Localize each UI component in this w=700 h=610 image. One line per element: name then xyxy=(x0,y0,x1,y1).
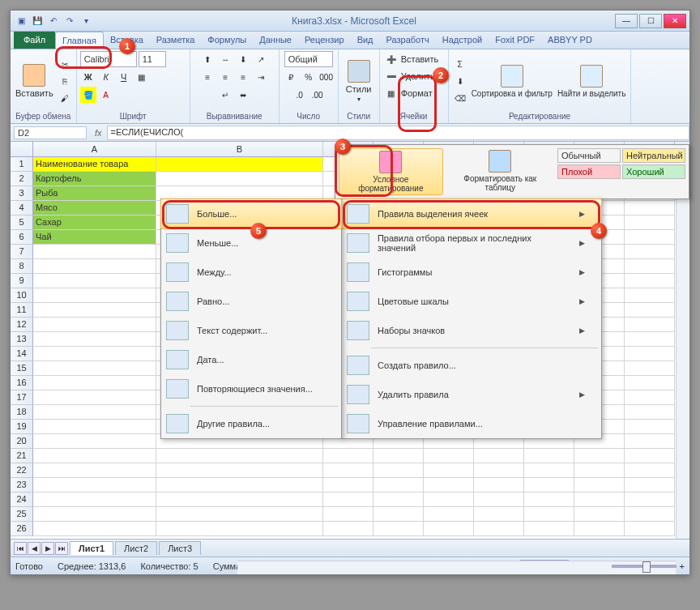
cell[interactable] xyxy=(625,288,675,303)
cell[interactable] xyxy=(574,463,625,478)
cell[interactable] xyxy=(33,390,156,405)
styles-button[interactable]: Стили ▾ xyxy=(342,58,376,105)
row-header[interactable]: 24 xyxy=(11,493,33,507)
inc-dec-icon[interactable]: .0 xyxy=(292,87,308,103)
cell[interactable]: Картофель xyxy=(33,172,156,186)
row-header[interactable]: 12 xyxy=(11,318,33,332)
cell[interactable] xyxy=(373,493,424,507)
fx-icon[interactable]: fx xyxy=(90,128,107,138)
tab-developer[interactable]: Разработч xyxy=(380,32,436,49)
menu-item[interactable]: Создать правило... xyxy=(342,351,601,380)
cell[interactable] xyxy=(424,478,474,493)
sort-filter-button[interactable]: Сортировка и фильтр xyxy=(470,63,554,100)
style-good[interactable]: Хороший xyxy=(622,164,685,179)
sheet-tab-3[interactable]: Лист3 xyxy=(159,541,201,555)
cell[interactable] xyxy=(33,493,156,507)
align-left-icon[interactable]: ≡ xyxy=(199,69,216,85)
cell[interactable] xyxy=(33,361,156,376)
row-header[interactable]: 18 xyxy=(11,405,33,420)
font-size-combo[interactable]: 11 xyxy=(139,51,166,67)
align-center-icon[interactable]: ≡ xyxy=(217,69,233,85)
style-neutral[interactable]: Нейтральный xyxy=(622,148,685,163)
row-header[interactable]: 25 xyxy=(11,507,33,522)
row-header[interactable]: 10 xyxy=(11,288,33,303)
cell[interactable] xyxy=(625,201,675,215)
cell[interactable] xyxy=(33,318,156,332)
cell[interactable] xyxy=(474,493,524,507)
cell[interactable] xyxy=(33,405,156,420)
currency-icon[interactable]: ₽ xyxy=(283,69,299,85)
indent-icon[interactable]: ⇥ xyxy=(253,69,269,85)
menu-item[interactable]: Управление правилами... xyxy=(342,409,601,438)
cell[interactable] xyxy=(625,493,675,507)
cell[interactable] xyxy=(625,259,675,274)
insert-cells-button[interactable]: ➕Вставить xyxy=(383,51,439,67)
row-header[interactable]: 1 xyxy=(11,157,33,172)
zoom-in-icon[interactable]: + xyxy=(680,561,685,571)
save-icon[interactable]: 💾 xyxy=(30,14,45,28)
row-header[interactable]: 9 xyxy=(11,274,33,288)
column-header-A[interactable]: A xyxy=(33,142,156,156)
cell[interactable] xyxy=(625,215,675,230)
underline-icon[interactable]: Ч xyxy=(116,69,132,85)
fill-color-icon[interactable]: 🪣 xyxy=(80,87,96,103)
cell[interactable] xyxy=(625,522,675,536)
cell[interactable] xyxy=(33,332,156,347)
cell[interactable] xyxy=(33,420,156,434)
cell[interactable] xyxy=(574,522,625,536)
cell[interactable] xyxy=(33,478,156,493)
minimize-button[interactable]: ― xyxy=(615,14,638,28)
cell[interactable] xyxy=(373,463,424,478)
row-header[interactable]: 6 xyxy=(11,230,33,245)
undo-icon[interactable]: ↶ xyxy=(46,14,61,28)
cell[interactable]: Чай xyxy=(33,230,156,245)
select-all-corner[interactable] xyxy=(11,142,33,156)
cell[interactable] xyxy=(33,245,156,259)
cell[interactable] xyxy=(625,390,675,405)
cell[interactable] xyxy=(424,463,474,478)
row-header[interactable]: 20 xyxy=(11,434,33,449)
wrap-icon[interactable]: ↵ xyxy=(217,87,233,103)
cell[interactable] xyxy=(424,522,474,536)
cell[interactable] xyxy=(323,522,373,536)
menu-item[interactable]: Цветовые шкалы▶ xyxy=(342,287,601,316)
cell[interactable] xyxy=(574,449,625,463)
cell[interactable] xyxy=(33,347,156,361)
cell[interactable] xyxy=(424,493,474,507)
row-header[interactable]: 4 xyxy=(11,201,33,215)
cell[interactable] xyxy=(33,376,156,390)
cell[interactable] xyxy=(474,463,524,478)
align-bot-icon[interactable]: ⬇ xyxy=(235,51,251,67)
cell[interactable] xyxy=(474,478,524,493)
row-header[interactable]: 22 xyxy=(11,463,33,478)
cell[interactable] xyxy=(156,172,323,186)
cell[interactable] xyxy=(323,478,373,493)
font-color-icon[interactable]: A xyxy=(98,87,114,103)
cell[interactable] xyxy=(33,303,156,318)
cell[interactable]: Наименование товара xyxy=(33,157,156,172)
cell[interactable] xyxy=(625,318,675,332)
row-header[interactable]: 21 xyxy=(11,449,33,463)
formula-bar[interactable]: =ЕСЛИ(ЕЧИСЛО( xyxy=(107,126,689,140)
cell[interactable] xyxy=(625,420,675,434)
file-tab[interactable]: Файл xyxy=(14,32,55,49)
cell[interactable] xyxy=(625,361,675,376)
sheet-nav-prev[interactable]: ◀ xyxy=(28,542,41,555)
comma-icon[interactable]: 000 xyxy=(318,69,335,85)
align-right-icon[interactable]: ≡ xyxy=(235,69,251,85)
row-header[interactable]: 2 xyxy=(11,172,33,186)
cell[interactable] xyxy=(156,463,323,478)
sheet-tab-2[interactable]: Лист2 xyxy=(115,541,157,555)
qat-more-icon[interactable]: ▾ xyxy=(79,14,93,28)
row-header[interactable]: 14 xyxy=(11,347,33,361)
orientation-icon[interactable]: ↗ xyxy=(253,51,269,67)
row-header[interactable]: 7 xyxy=(11,245,33,259)
row-header[interactable]: 19 xyxy=(11,420,33,434)
cell[interactable] xyxy=(373,449,424,463)
find-select-button[interactable]: Найти и выделить xyxy=(556,63,627,100)
row-header[interactable]: 11 xyxy=(11,303,33,318)
menu-item[interactable]: Больше... xyxy=(160,198,342,229)
tab-formulas[interactable]: Формулы xyxy=(201,32,253,49)
cell[interactable] xyxy=(323,507,373,522)
align-mid-icon[interactable]: ↔ xyxy=(217,51,233,67)
